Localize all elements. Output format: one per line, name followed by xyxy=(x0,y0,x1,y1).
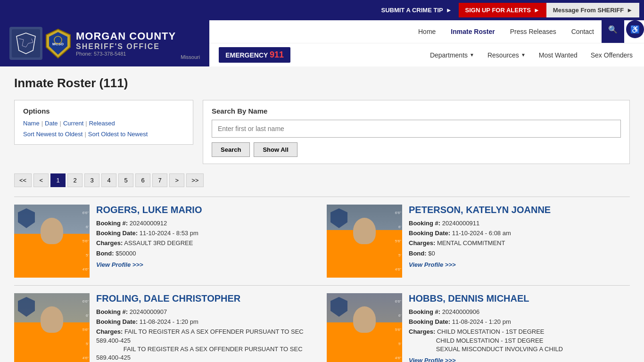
page-btn-1[interactable]: 1 xyxy=(50,173,66,187)
filter-date[interactable]: Date xyxy=(45,120,58,127)
inmate-booking-date: Booking Date: 11-08-2024 - 1:20 pm xyxy=(96,318,317,326)
view-profile-link[interactable]: View Profile >>> xyxy=(409,357,456,362)
page-btn-6[interactable]: 6 xyxy=(135,173,150,187)
nav-contact[interactable]: Contact xyxy=(564,20,602,43)
alert-bar: SUBMIT A CRIME TIP ► SIGN UP FOR ALERTS … xyxy=(0,0,644,20)
phone-number: Phone: 573-378-5481 xyxy=(76,51,176,57)
inmate-booking-date: Booking Date: 11-10-2024 - 6:08 am xyxy=(409,229,630,238)
inmate-card: 6'6"6'5'6"5'4'6"PETERSON, KATELYN JOANNE… xyxy=(327,205,630,278)
inmate-grid: 6'6"6'5'6"5'4'6"ROGERS, LUKE MARIOBookin… xyxy=(14,197,630,362)
search-button[interactable]: Search xyxy=(212,142,250,157)
view-profile-link[interactable]: View Profile >>> xyxy=(409,261,456,268)
page-btn->>[interactable]: >> xyxy=(186,173,204,187)
nav-inmate-roster[interactable]: Inmate Roster xyxy=(443,20,502,43)
county-map-icon xyxy=(9,27,42,60)
signup-label: SIGN UP FOR ALERTS xyxy=(465,7,531,14)
inmate-card: 6'6"6'5'6"5'4'6"ROGERS, LUKE MARIOBookin… xyxy=(14,205,317,278)
inmate-bond: Bond: $0 xyxy=(409,249,630,258)
arrow-icon: ► xyxy=(446,7,452,14)
filter-current[interactable]: Current xyxy=(63,120,83,127)
sort-links: Sort Newest to Oldest | Sort Oldest to N… xyxy=(23,131,184,138)
page-btn-7[interactable]: 7 xyxy=(152,173,167,187)
inmate-booking-num: Booking #: 20240000907 xyxy=(96,308,317,316)
inmate-photo: 6'6"6'5'6"5'4'6" xyxy=(327,293,402,362)
arrow-icon-2: ► xyxy=(534,7,540,14)
nav-departments[interactable]: Departments ▼ xyxy=(423,48,481,63)
accessibility-icon[interactable]: ♿ xyxy=(626,20,644,38)
filter-links: Name | Date | Current | Released xyxy=(23,120,184,127)
sort-newest[interactable]: Sort Newest to Oldest xyxy=(23,131,83,138)
county-name: MORGAN COUNTY xyxy=(76,30,176,42)
show-all-button[interactable]: Show All xyxy=(254,142,297,157)
inmate-charges: Charges: CHILD MOLESTATION - 1ST DEGREE … xyxy=(409,328,630,354)
view-profile-link[interactable]: View Profile >>> xyxy=(96,261,143,268)
sheriff-shield-icon: MCSO xyxy=(45,28,71,59)
inmate-info: PETERSON, KATELYN JOANNEBooking #: 20240… xyxy=(409,205,630,278)
page-btn-<[interactable]: < xyxy=(33,173,49,187)
options-title: Options xyxy=(23,107,184,115)
header-nav-section: Home Inmate Roster Press Releases Contac… xyxy=(209,20,644,66)
inmate-booking-num: Booking #: 20240000911 xyxy=(409,219,630,228)
top-navigation: Home Inmate Roster Press Releases Contac… xyxy=(209,20,644,43)
inmate-charges: Charges: FAIL TO REGISTER AS A SEX OFFEN… xyxy=(96,328,317,362)
nav-home[interactable]: Home xyxy=(411,20,443,43)
page-btn-<<[interactable]: << xyxy=(14,173,32,187)
page-btn->[interactable]: > xyxy=(169,173,184,187)
site-header: MCSO MORGAN COUNTY SHERIFF'S OFFICE Phon… xyxy=(0,20,644,66)
inmate-card: 6'6"6'5'6"5'4'6"FROLING, DALE CHRISTOPHE… xyxy=(14,293,317,362)
main-nav-items: Departments ▼ Resources ▼ Most Wanted Se… xyxy=(423,48,639,63)
inmate-charges: Charges: ASSAULT 3RD DEGREE xyxy=(96,239,317,247)
nav-resources[interactable]: Resources ▼ xyxy=(481,48,532,63)
agency-name: MORGAN COUNTY SHERIFF'S OFFICE Phone: 57… xyxy=(76,30,176,57)
inmate-photo: 6'6"6'5'6"5'4'6" xyxy=(14,293,90,362)
sort-oldest[interactable]: Sort Oldest to Newest xyxy=(88,131,148,138)
options-search-panel: Options Name | Date | Current | Released… xyxy=(14,100,630,164)
main-content: Inmate Roster (111) Options Name | Date … xyxy=(0,66,644,362)
filter-released[interactable]: Released xyxy=(89,120,115,127)
search-label: Search By Name xyxy=(212,107,621,115)
nav-press-releases[interactable]: Press Releases xyxy=(503,20,564,43)
page-btn-3[interactable]: 3 xyxy=(84,173,99,187)
inmate-name: ROGERS, LUKE MARIO xyxy=(96,205,317,215)
inmate-info: ROGERS, LUKE MARIOBooking #: 20240000912… xyxy=(96,205,317,278)
inmate-bond: Bond: $50000 xyxy=(96,249,317,258)
inmate-booking-date: Booking Date: 11-08-2024 - 1:20 pm xyxy=(409,318,630,326)
inmate-name: PETERSON, KATELYN JOANNE xyxy=(409,205,630,215)
search-box: Search By Name Search Show All xyxy=(203,100,630,164)
inmate-photo: 6'6"6'5'6"5'4'6" xyxy=(327,205,402,278)
sheriff-message-button[interactable]: Message From SHERIFF ► xyxy=(546,3,639,17)
state-name: Missouri xyxy=(181,54,200,60)
inmate-name: HOBBS, DENNIS MICHAEL xyxy=(409,293,630,304)
nav-sex-offenders[interactable]: Sex Offenders xyxy=(584,48,639,63)
inmate-row: 6'6"6'5'6"5'4'6"FROLING, DALE CHRISTOPHE… xyxy=(14,285,630,362)
bottom-navigation: EMERGENCY 911 Departments ▼ Resources ▼ … xyxy=(209,43,644,66)
nav-most-wanted[interactable]: Most Wanted xyxy=(532,48,584,63)
inmate-charges: Charges: MENTAL COMMITMENT xyxy=(409,239,630,247)
crime-tip-button[interactable]: SUBMIT A CRIME TIP ► xyxy=(374,3,458,17)
page-btn-4[interactable]: 4 xyxy=(101,173,116,187)
inmate-booking-date: Booking Date: 11-10-2024 - 8:53 pm xyxy=(96,229,317,238)
search-input[interactable] xyxy=(212,120,621,138)
crime-tip-label: SUBMIT A CRIME TIP xyxy=(381,7,443,14)
inmate-info: HOBBS, DENNIS MICHAELBooking #: 20240000… xyxy=(409,293,630,362)
header-search-icon[interactable]: 🔍 xyxy=(602,20,624,43)
sheriff-label: Message From SHERIFF xyxy=(553,7,624,14)
header-logos: MCSO xyxy=(9,27,71,60)
signup-alerts-button[interactable]: SIGN UP FOR ALERTS ► xyxy=(459,3,546,17)
options-box: Options Name | Date | Current | Released… xyxy=(14,100,193,145)
page-btn-5[interactable]: 5 xyxy=(118,173,133,187)
resources-dropdown-arrow: ▼ xyxy=(521,52,526,58)
pagination: <<<1234567>>> xyxy=(14,173,630,187)
inmate-card: 6'6"6'5'6"5'4'6"HOBBS, DENNIS MICHAELBoo… xyxy=(327,293,630,362)
filter-name[interactable]: Name xyxy=(23,120,40,127)
header-branding: MCSO MORGAN COUNTY SHERIFF'S OFFICE Phon… xyxy=(0,20,209,66)
page-title: Inmate Roster (111) xyxy=(14,76,630,90)
inmate-row: 6'6"6'5'6"5'4'6"ROGERS, LUKE MARIOBookin… xyxy=(14,197,630,285)
inmate-name: FROLING, DALE CHRISTOPHER xyxy=(96,293,317,304)
svg-rect-0 xyxy=(12,29,40,58)
inmate-info: FROLING, DALE CHRISTOPHERBooking #: 2024… xyxy=(96,293,317,362)
inmate-booking-num: Booking #: 20240000912 xyxy=(96,219,317,228)
arrow-icon-3: ► xyxy=(627,7,633,14)
emergency-badge: EMERGENCY 911 xyxy=(219,47,290,63)
page-btn-2[interactable]: 2 xyxy=(67,173,83,187)
